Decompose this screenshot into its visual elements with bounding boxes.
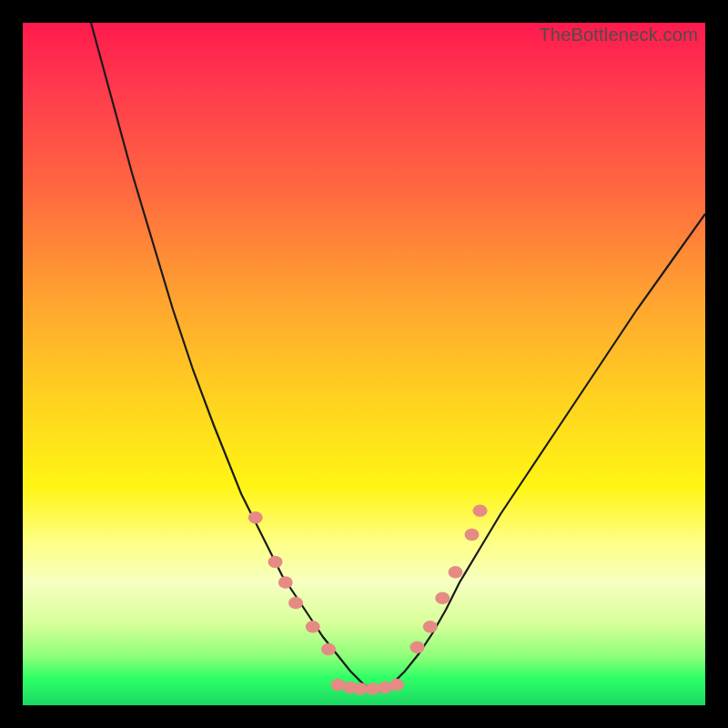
bead-marker bbox=[389, 679, 404, 692]
bead-marker bbox=[288, 597, 303, 610]
bead-marker bbox=[378, 682, 392, 694]
outer-frame: TheBottleneck.com bbox=[0, 0, 728, 728]
bead-marker bbox=[473, 504, 488, 517]
bead-marker bbox=[343, 682, 358, 694]
bead-marker bbox=[353, 682, 368, 695]
bead-marker bbox=[331, 679, 346, 692]
bead-marker bbox=[423, 621, 438, 633]
bead-markers bbox=[248, 504, 488, 694]
bead-marker bbox=[366, 682, 380, 695]
bead-marker bbox=[306, 621, 320, 633]
bead-marker bbox=[268, 556, 283, 569]
bead-marker bbox=[465, 529, 480, 541]
right-curve bbox=[378, 214, 705, 692]
watermark-label: TheBottleneck.com bbox=[539, 25, 698, 46]
bead-marker bbox=[248, 511, 263, 524]
chart-svg bbox=[23, 23, 705, 705]
left-curve bbox=[91, 23, 378, 692]
bead-marker bbox=[435, 592, 450, 604]
plot-area: TheBottleneck.com bbox=[23, 23, 705, 705]
bead-marker bbox=[278, 576, 293, 589]
bead-marker bbox=[410, 641, 425, 653]
bead-marker bbox=[321, 643, 336, 656]
bead-marker bbox=[449, 566, 463, 579]
